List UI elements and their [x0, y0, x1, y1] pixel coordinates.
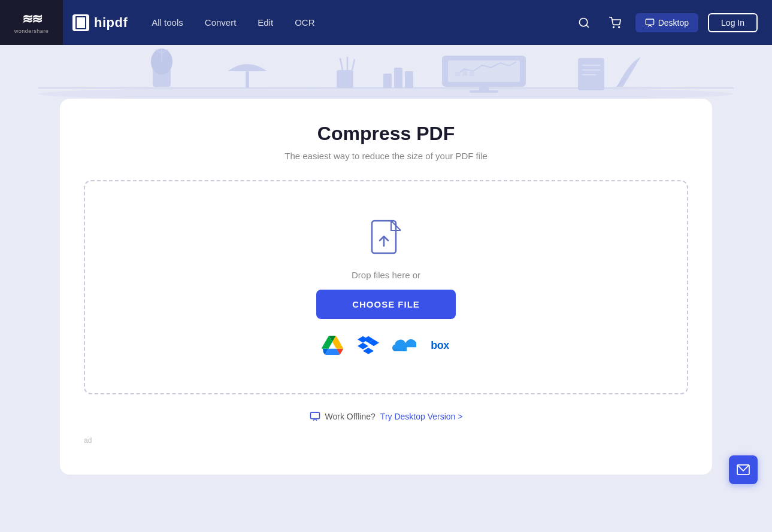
navbar: ≋≋ wondershare hipdf All tools Convert E…: [0, 0, 772, 45]
onedrive-icon[interactable]: [392, 333, 416, 357]
search-icon: [578, 17, 590, 29]
svg-point-2: [613, 26, 614, 28]
decoration-svg: [0, 45, 772, 99]
box-text: box: [431, 339, 449, 352]
svg-rect-17: [383, 74, 392, 88]
cloud-services: box: [320, 333, 452, 357]
ad-label: ad: [84, 436, 688, 445]
svg-point-3: [619, 26, 620, 28]
drop-text: Drop files here or: [352, 270, 420, 280]
svg-rect-19: [405, 71, 413, 88]
wondershare-label: wondershare: [14, 28, 49, 34]
cart-icon: [609, 17, 621, 29]
cart-button[interactable]: [604, 12, 626, 34]
svg-rect-24: [470, 71, 474, 76]
offline-text: Work Offline?: [325, 412, 376, 421]
box-icon[interactable]: box: [428, 333, 452, 357]
choose-file-button[interactable]: CHOOSE FILE: [316, 290, 456, 319]
nav-links: All tools Convert Edit OCR: [152, 17, 573, 28]
floating-mail-button[interactable]: [729, 455, 758, 484]
svg-line-16: [352, 59, 355, 70]
desktop-version-link[interactable]: Try Desktop Version >: [380, 412, 463, 421]
svg-rect-22: [455, 72, 460, 76]
svg-rect-12: [246, 71, 249, 88]
hipdf-name: hipdf: [94, 15, 128, 31]
svg-rect-18: [394, 68, 402, 88]
page-title: Compress PDF: [84, 123, 688, 145]
svg-line-14: [340, 58, 343, 70]
wondershare-logo[interactable]: ≋≋ wondershare: [0, 0, 63, 45]
file-upload-icon: [370, 220, 403, 258]
login-button[interactable]: Log In: [708, 13, 758, 32]
hipdf-icon: [72, 14, 89, 31]
svg-rect-34: [310, 412, 319, 419]
nav-all-tools[interactable]: All tools: [152, 17, 183, 28]
svg-rect-23: [462, 70, 467, 76]
page-subtitle: The easiest way to reduce the size of yo…: [84, 151, 688, 161]
svg-line-1: [586, 25, 589, 27]
nav-convert[interactable]: Convert: [205, 17, 237, 28]
desktop-button[interactable]: Desktop: [635, 13, 698, 32]
desktop-small-icon: [310, 411, 320, 422]
nav-actions: Desktop Log In: [573, 12, 758, 34]
nav-edit[interactable]: Edit: [258, 17, 273, 28]
dropbox-icon[interactable]: [356, 333, 380, 357]
drop-zone[interactable]: Drop files here or CHOOSE FILE: [84, 180, 688, 394]
google-drive-icon[interactable]: [320, 333, 344, 357]
svg-rect-21: [448, 60, 520, 82]
main-content: Compress PDF The easiest way to reduce t…: [0, 99, 772, 498]
svg-rect-13: [337, 70, 353, 88]
main-card: Compress PDF The easiest way to reduce t…: [60, 99, 712, 475]
search-button[interactable]: [573, 12, 595, 34]
ws-icon: ≋≋: [22, 11, 41, 27]
desktop-icon: [645, 18, 655, 28]
hero-decoration: [0, 45, 772, 99]
mail-icon: [737, 464, 750, 475]
hipdf-logo[interactable]: hipdf: [72, 14, 128, 31]
upload-icon: [367, 217, 405, 260]
svg-rect-4: [646, 19, 653, 25]
nav-ocr[interactable]: OCR: [295, 17, 314, 28]
svg-rect-26: [470, 90, 498, 93]
offline-banner: Work Offline? Try Desktop Version >: [84, 411, 688, 422]
